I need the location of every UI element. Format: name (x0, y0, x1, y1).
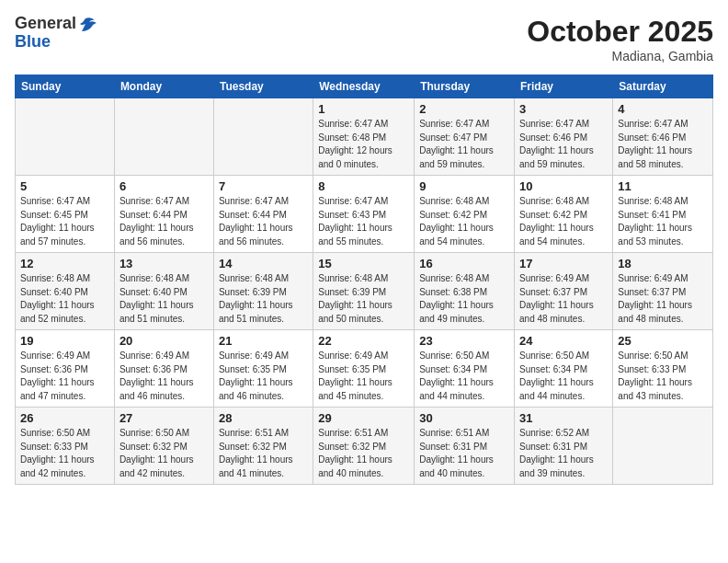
day-cell: 21Sunrise: 6:49 AMSunset: 6:35 PMDayligh… (213, 330, 313, 408)
day-info: Sunrise: 6:49 AMSunset: 6:36 PMDaylight:… (119, 350, 209, 403)
day-info: Sunrise: 6:52 AMSunset: 6:31 PMDaylight:… (519, 427, 608, 480)
day-number: 28 (219, 411, 308, 425)
day-info: Sunrise: 6:51 AMSunset: 6:31 PMDaylight:… (419, 427, 509, 480)
day-cell (16, 98, 115, 176)
day-info: Sunrise: 6:48 AMSunset: 6:42 PMDaylight:… (419, 195, 509, 248)
day-info: Sunrise: 6:51 AMSunset: 6:32 PMDaylight:… (318, 427, 409, 480)
day-number: 13 (119, 257, 209, 270)
day-number: 8 (318, 179, 409, 193)
calendar-header: SundayMondayTuesdayWednesdayThursdayFrid… (16, 75, 713, 98)
day-number: 17 (519, 257, 608, 270)
day-number: 9 (419, 179, 509, 193)
day-cell: 18Sunrise: 6:49 AMSunset: 6:37 PMDayligh… (613, 253, 713, 330)
day-number: 27 (119, 411, 209, 425)
logo: General Blue (15, 15, 98, 52)
header-day-friday: Friday (515, 75, 613, 98)
day-number: 7 (219, 179, 308, 193)
title-block: October 2025 Madiana, Gambia (527, 15, 713, 63)
week-row-5: 26Sunrise: 6:50 AMSunset: 6:33 PMDayligh… (16, 408, 713, 485)
day-cell: 14Sunrise: 6:48 AMSunset: 6:39 PMDayligh… (213, 253, 313, 330)
day-cell: 5Sunrise: 6:47 AMSunset: 6:45 PMDaylight… (16, 176, 115, 253)
week-row-1: 1Sunrise: 6:47 AMSunset: 6:48 PMDaylight… (16, 98, 713, 176)
header-row: SundayMondayTuesdayWednesdayThursdayFrid… (16, 75, 713, 98)
page-header: General Blue October 2025 Madiana, Gambi… (15, 15, 713, 63)
day-info: Sunrise: 6:49 AMSunset: 6:35 PMDaylight:… (219, 350, 308, 403)
day-number: 5 (20, 179, 109, 193)
day-cell: 17Sunrise: 6:49 AMSunset: 6:37 PMDayligh… (515, 253, 613, 330)
day-info: Sunrise: 6:47 AMSunset: 6:48 PMDaylight:… (318, 118, 409, 171)
day-cell: 30Sunrise: 6:51 AMSunset: 6:31 PMDayligh… (415, 408, 515, 485)
day-cell: 1Sunrise: 6:47 AMSunset: 6:48 PMDaylight… (313, 98, 415, 176)
day-number: 16 (419, 257, 509, 270)
day-number: 26 (20, 411, 109, 425)
day-cell: 24Sunrise: 6:50 AMSunset: 6:34 PMDayligh… (515, 330, 613, 408)
day-cell: 29Sunrise: 6:51 AMSunset: 6:32 PMDayligh… (313, 408, 415, 485)
header-day-wednesday: Wednesday (313, 75, 415, 98)
day-number: 1 (318, 102, 409, 116)
day-number: 21 (219, 334, 308, 348)
day-info: Sunrise: 6:50 AMSunset: 6:34 PMDaylight:… (519, 350, 608, 403)
day-number: 14 (219, 257, 308, 270)
day-info: Sunrise: 6:48 AMSunset: 6:41 PMDaylight:… (618, 195, 708, 248)
day-info: Sunrise: 6:50 AMSunset: 6:33 PMDaylight:… (20, 427, 109, 480)
day-info: Sunrise: 6:47 AMSunset: 6:44 PMDaylight:… (219, 195, 308, 248)
day-cell: 15Sunrise: 6:48 AMSunset: 6:39 PMDayligh… (313, 253, 415, 330)
day-cell: 19Sunrise: 6:49 AMSunset: 6:36 PMDayligh… (16, 330, 115, 408)
day-cell: 26Sunrise: 6:50 AMSunset: 6:33 PMDayligh… (16, 408, 115, 485)
week-row-2: 5Sunrise: 6:47 AMSunset: 6:45 PMDaylight… (16, 176, 713, 253)
day-cell (613, 408, 713, 485)
day-info: Sunrise: 6:48 AMSunset: 6:40 PMDaylight:… (20, 272, 109, 326)
day-info: Sunrise: 6:47 AMSunset: 6:47 PMDaylight:… (419, 118, 509, 171)
day-cell: 25Sunrise: 6:50 AMSunset: 6:33 PMDayligh… (613, 330, 713, 408)
day-info: Sunrise: 6:47 AMSunset: 6:46 PMDaylight:… (519, 118, 608, 171)
day-info: Sunrise: 6:51 AMSunset: 6:32 PMDaylight:… (219, 427, 308, 480)
day-number: 29 (318, 411, 409, 425)
day-number: 2 (419, 102, 509, 116)
day-cell: 11Sunrise: 6:48 AMSunset: 6:41 PMDayligh… (613, 176, 713, 253)
calendar-table: SundayMondayTuesdayWednesdayThursdayFrid… (15, 75, 713, 485)
location: Madiana, Gambia (527, 49, 713, 63)
day-number: 19 (20, 334, 109, 348)
week-row-3: 12Sunrise: 6:48 AMSunset: 6:40 PMDayligh… (16, 253, 713, 330)
week-row-4: 19Sunrise: 6:49 AMSunset: 6:36 PMDayligh… (16, 330, 713, 408)
day-info: Sunrise: 6:47 AMSunset: 6:45 PMDaylight:… (20, 195, 109, 248)
day-number: 18 (618, 257, 708, 270)
day-cell: 9Sunrise: 6:48 AMSunset: 6:42 PMDaylight… (415, 176, 515, 253)
day-info: Sunrise: 6:48 AMSunset: 6:38 PMDaylight:… (419, 272, 509, 326)
day-info: Sunrise: 6:47 AMSunset: 6:43 PMDaylight:… (318, 195, 409, 248)
header-day-monday: Monday (114, 75, 213, 98)
logo-bird-icon (78, 15, 98, 35)
header-day-saturday: Saturday (613, 75, 713, 98)
header-day-sunday: Sunday (16, 75, 115, 98)
day-number: 12 (20, 257, 109, 270)
day-info: Sunrise: 6:49 AMSunset: 6:37 PMDaylight:… (618, 272, 708, 326)
day-number: 23 (419, 334, 509, 348)
day-number: 22 (318, 334, 409, 348)
day-info: Sunrise: 6:49 AMSunset: 6:36 PMDaylight:… (20, 350, 109, 403)
day-cell: 16Sunrise: 6:48 AMSunset: 6:38 PMDayligh… (415, 253, 515, 330)
day-cell: 2Sunrise: 6:47 AMSunset: 6:47 PMDaylight… (415, 98, 515, 176)
header-day-thursday: Thursday (415, 75, 515, 98)
day-cell: 31Sunrise: 6:52 AMSunset: 6:31 PMDayligh… (515, 408, 613, 485)
day-cell (213, 98, 313, 176)
day-number: 10 (519, 179, 608, 193)
day-cell: 7Sunrise: 6:47 AMSunset: 6:44 PMDaylight… (213, 176, 313, 253)
day-number: 30 (419, 411, 509, 425)
logo-general: General (15, 15, 76, 33)
day-info: Sunrise: 6:48 AMSunset: 6:42 PMDaylight:… (519, 195, 608, 248)
day-number: 20 (119, 334, 209, 348)
day-cell (114, 98, 213, 176)
logo-blue: Blue (15, 33, 76, 52)
day-number: 3 (519, 102, 608, 116)
day-info: Sunrise: 6:48 AMSunset: 6:40 PMDaylight:… (119, 272, 209, 326)
day-number: 4 (618, 102, 708, 116)
day-info: Sunrise: 6:50 AMSunset: 6:32 PMDaylight:… (119, 427, 209, 480)
day-cell: 6Sunrise: 6:47 AMSunset: 6:44 PMDaylight… (114, 176, 213, 253)
day-info: Sunrise: 6:49 AMSunset: 6:37 PMDaylight:… (519, 272, 608, 326)
day-cell: 4Sunrise: 6:47 AMSunset: 6:46 PMDaylight… (613, 98, 713, 176)
day-info: Sunrise: 6:50 AMSunset: 6:33 PMDaylight:… (618, 350, 708, 403)
day-info: Sunrise: 6:47 AMSunset: 6:44 PMDaylight:… (119, 195, 209, 248)
day-info: Sunrise: 6:50 AMSunset: 6:34 PMDaylight:… (419, 350, 509, 403)
day-cell: 23Sunrise: 6:50 AMSunset: 6:34 PMDayligh… (415, 330, 515, 408)
day-cell: 20Sunrise: 6:49 AMSunset: 6:36 PMDayligh… (114, 330, 213, 408)
